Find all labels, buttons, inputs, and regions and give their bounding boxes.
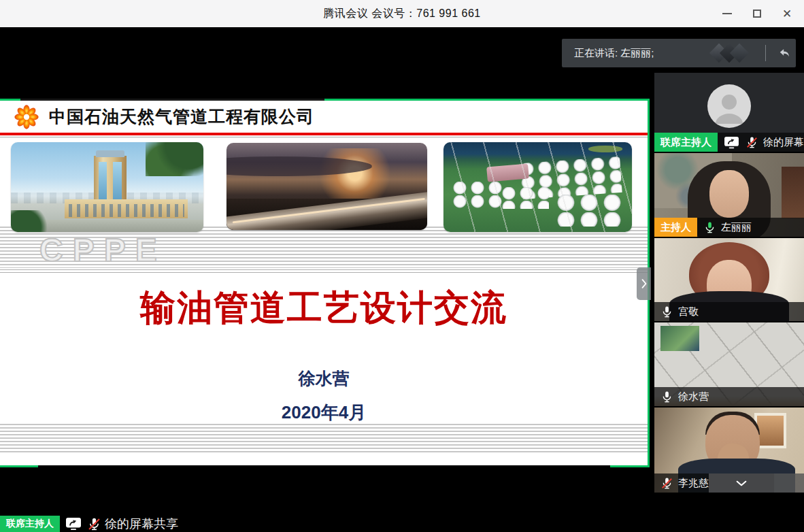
close-button[interactable]: ✕ (777, 3, 797, 24)
close-icon: ✕ (782, 8, 792, 20)
tile-label-bar: 主持人 左丽丽 (654, 218, 804, 237)
toast-divider (765, 45, 766, 61)
video-tile-gongjing[interactable]: 宫敬 (654, 238, 804, 321)
participant-name: 宫敬 (678, 305, 699, 318)
chevron-right-icon (641, 278, 648, 290)
share-status-banner: 联席主持人 徐的屏幕共享 (0, 516, 178, 532)
cohost-badge: 联席主持人 (0, 516, 60, 532)
window-titlebar: 腾讯会议 会议号：761 991 661 ✕ (0, 0, 804, 27)
tile-label-bar: 徐水营 (654, 387, 804, 406)
screen-share-icon (724, 136, 739, 149)
slide-date: 2020年4月 (0, 401, 648, 425)
collapse-thumbnails-button[interactable] (709, 473, 774, 493)
company-name: 中国石油天然气管道工程有限公司 (49, 105, 314, 128)
slide-author: 徐水营 (0, 367, 648, 390)
petrochina-logo-icon (14, 105, 39, 129)
tile-label-bar: 联席主持人 徐的屏幕... (654, 133, 804, 152)
stripe-band-bottom (0, 422, 648, 454)
speaking-toast: 正在讲话: 左丽丽; (562, 39, 796, 67)
video-tile-screen-share[interactable]: 联席主持人 徐的屏幕... (654, 73, 804, 152)
divider-line (0, 272, 648, 273)
mic-muted-icon (746, 136, 758, 149)
minimize-icon (722, 13, 732, 14)
meeting-window: 腾讯会议 会议号：761 991 661 ✕ 正在讲话: 左丽丽; (0, 0, 804, 532)
maximize-icon (753, 10, 761, 18)
shared-screen-slide: 中国石油天然气管道工程有限公司 CPPE 输油管道工艺设计交流 徐水营 2020… (0, 101, 648, 465)
maximize-button[interactable] (747, 3, 767, 24)
avatar (707, 84, 751, 131)
share-border-bottom-right (610, 465, 650, 467)
slide-header-top-border (20, 99, 324, 101)
reply-arrow-button[interactable] (773, 39, 796, 67)
minimize-button[interactable] (717, 3, 737, 24)
participant-name: 左丽丽 (721, 221, 752, 234)
reply-arrow-icon (777, 46, 791, 60)
mic-active-icon (703, 221, 716, 234)
share-border-top-left (0, 99, 20, 101)
slide-title: 输油管道工艺设计交流 (0, 284, 648, 332)
share-border-top-right (324, 99, 650, 101)
photo-pipeline-sunset (227, 143, 427, 230)
cohost-badge: 联席主持人 (654, 133, 718, 152)
meeting-logo-icon (711, 43, 754, 63)
photo-office-building (11, 142, 203, 232)
share-status-label: 徐的屏幕共享 (105, 516, 178, 532)
photo-tank-farm (443, 142, 632, 232)
speaking-label: 正在讲话: 左丽丽; (562, 47, 711, 60)
header-thin-rule (0, 137, 648, 137)
header-red-rule (0, 133, 648, 135)
video-tile-zuolili[interactable]: 主持人 左丽丽 (654, 153, 804, 237)
participant-name: 徐的屏幕... (763, 136, 804, 149)
host-badge: 主持人 (654, 218, 697, 237)
divider-line (0, 269, 648, 270)
chevron-down-icon (735, 480, 748, 487)
participant-name: 徐水营 (678, 390, 709, 403)
collapse-bar-segment (774, 473, 804, 493)
expand-panel-button[interactable] (637, 267, 651, 300)
participant-name: 李兆慈 (678, 477, 709, 490)
slide-header: 中国石油天然气管道工程有限公司 (0, 101, 648, 133)
mic-muted-icon (660, 477, 673, 490)
share-border-bottom-left (0, 465, 38, 467)
mic-icon (660, 390, 673, 403)
window-title: 腾讯会议 会议号：761 991 661 (323, 7, 480, 21)
screen-share-icon (65, 517, 82, 531)
video-tile-xushuiying[interactable]: 徐水营 (654, 322, 804, 406)
tile-label-bar: 宫敬 (654, 302, 804, 321)
cppe-watermark: CPPE (39, 231, 167, 269)
mic-icon (660, 305, 673, 318)
video-tile-lizhaoci[interactable]: 李兆慈 (654, 408, 804, 493)
mic-muted-icon (87, 517, 101, 531)
